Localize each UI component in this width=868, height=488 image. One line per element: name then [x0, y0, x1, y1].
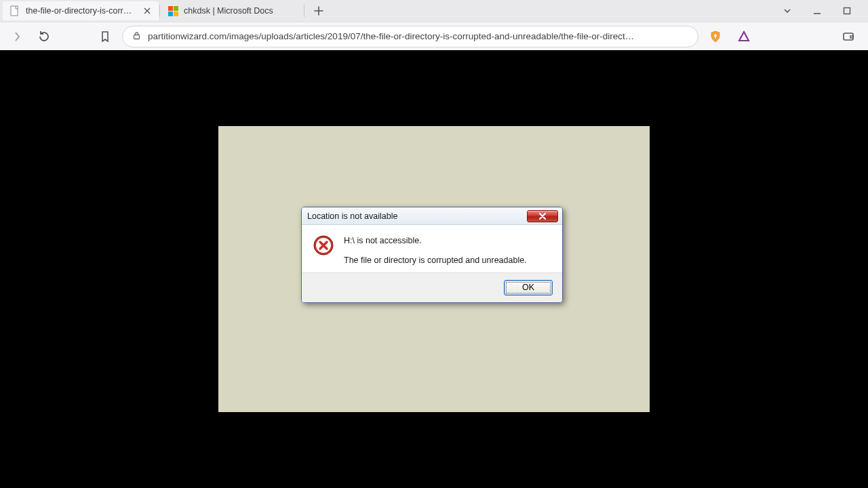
- back-button[interactable]: [7, 26, 27, 47]
- brave-rewards-icon[interactable]: [734, 26, 754, 47]
- dialog-title: Location is not available: [307, 211, 527, 221]
- padlock-icon: [132, 31, 141, 42]
- svg-rect-0: [11, 6, 18, 16]
- error-dialog: Location is not available H:\ is not acc…: [301, 207, 563, 303]
- dialog-button-row: OK: [302, 273, 562, 302]
- reload-button[interactable]: [34, 26, 54, 47]
- close-icon[interactable]: [142, 5, 152, 16]
- tab-separator: [304, 5, 304, 17]
- address-bar[interactable]: partitionwizard.com/images/uploads/artic…: [122, 26, 698, 47]
- minimize-button[interactable]: [808, 2, 826, 20]
- wallet-icon[interactable]: [838, 26, 859, 47]
- generic-page-icon: [9, 5, 20, 16]
- dialog-titlebar[interactable]: Location is not available: [302, 207, 562, 225]
- tab-1-title: the-file-or-directory-is-corrupted: [26, 6, 136, 16]
- svg-rect-2: [844, 8, 850, 14]
- tab-1[interactable]: the-file-or-directory-is-corrupted: [3, 1, 159, 20]
- dialog-body: H:\ is not accessible. The file or direc…: [302, 225, 562, 273]
- tab-separator: [159, 5, 160, 17]
- dialog-message: H:\ is not accessible. The file or direc…: [344, 235, 527, 267]
- svg-rect-3: [134, 35, 140, 39]
- tab-2-title: chkdsk | Microsoft Docs: [184, 6, 273, 16]
- toolbar: partitionwizard.com/images/uploads/artic…: [0, 22, 868, 50]
- svg-marker-5: [739, 32, 749, 41]
- microsoft-icon: [167, 5, 178, 16]
- tab-2[interactable]: chkdsk | Microsoft Docs: [161, 1, 303, 20]
- error-icon: [313, 235, 334, 256]
- new-tab-button[interactable]: [309, 1, 328, 20]
- ok-button[interactable]: OK: [504, 280, 553, 296]
- tab-strip: the-file-or-directory-is-corrupted chkds…: [0, 0, 868, 22]
- browser-chrome: the-file-or-directory-is-corrupted chkds…: [0, 0, 868, 50]
- chevron-down-icon[interactable]: [778, 2, 796, 20]
- window-controls: [778, 2, 865, 20]
- dialog-message-line2: The file or directory is corrupted and u…: [344, 254, 527, 267]
- toolbar-right-icons: [705, 26, 861, 47]
- brave-shields-icon[interactable]: [705, 26, 726, 47]
- svg-rect-6: [844, 33, 853, 40]
- dialog-message-line1: H:\ is not accessible.: [344, 235, 527, 247]
- page-viewport: Location is not available H:\ is not acc…: [0, 50, 868, 488]
- dialog-close-button[interactable]: [527, 210, 558, 222]
- svg-rect-7: [850, 36, 853, 38]
- bookmark-button[interactable]: [95, 26, 115, 47]
- maximize-button[interactable]: [838, 2, 856, 20]
- url-text: partitionwizard.com/images/uploads/artic…: [148, 31, 688, 41]
